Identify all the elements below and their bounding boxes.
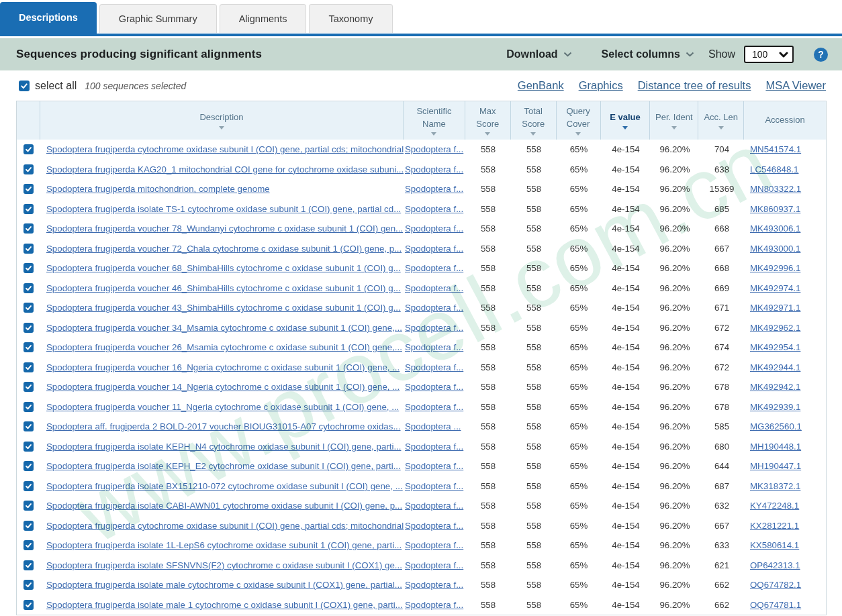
scientific-name-link[interactable]: Spodoptera f... [405,144,463,154]
row-checkbox[interactable] [24,144,34,154]
row-checkbox[interactable] [24,501,34,511]
accession-link[interactable]: MK493006.1 [750,223,800,234]
accession-link[interactable]: MK492944.1 [750,362,800,372]
row-checkbox[interactable] [24,481,34,491]
row-checkbox[interactable] [24,421,34,431]
row-checkbox[interactable] [24,382,34,392]
row-checkbox[interactable] [24,560,34,570]
description-link[interactable]: Spodoptera frugiperda voucher 34_Msamia … [46,323,402,333]
scientific-name-link[interactable]: Spodoptera f... [405,382,463,392]
scientific-name-link[interactable]: Spodoptera f... [405,223,463,234]
help-icon[interactable]: ? [814,48,828,62]
row-checkbox[interactable] [24,600,34,610]
show-count-select[interactable]: 100 [744,46,794,63]
scientific-name-link[interactable]: Spodoptera f... [405,204,463,214]
description-link[interactable]: Spodoptera frugiperda isolate 1L-LepS6 c… [46,540,402,550]
genbank-link[interactable]: GenBank [518,79,564,91]
description-link[interactable]: Spodoptera frugiperda voucher 14_Ngeria … [46,382,400,392]
accession-link[interactable]: MK492954.1 [750,342,800,352]
accession-link[interactable]: LC546848.1 [750,164,798,174]
accession-link[interactable]: MK860937.1 [750,204,800,214]
row-checkbox[interactable] [24,184,34,194]
description-link[interactable]: Spodoptera frugiperda voucher 68_ShimbaH… [46,263,401,273]
description-link[interactable]: Spodoptera frugiperda isolate TS-1 cytoc… [46,204,401,214]
description-link[interactable]: Spodoptera frugiperda cytochrome oxidase… [46,144,404,154]
scientific-name-link[interactable]: Spodoptera ... [405,421,461,431]
tab-descriptions[interactable]: Descriptions [0,2,97,36]
scientific-name-link[interactable]: Spodoptera f... [405,283,463,293]
scientific-name-link[interactable]: Spodoptera f... [405,442,463,452]
select-all-checkbox[interactable] [19,81,30,91]
description-link[interactable]: Spodoptera frugiperda voucher 16_Ngeria … [46,362,400,372]
distance-tree-link[interactable]: Distance tree of results [638,79,751,91]
description-link[interactable]: Spodoptera frugiperda KAG20_1 mitochondr… [46,164,404,174]
row-checkbox[interactable] [24,461,34,471]
accession-link[interactable]: MK492996.1 [750,263,800,273]
row-checkbox[interactable] [24,164,34,174]
column-header-scientific-name[interactable]: Scientific Name [403,101,465,140]
scientific-name-link[interactable]: Spodoptera f... [405,402,463,412]
description-link[interactable]: Spodoptera frugiperda isolate male cytoc… [46,580,402,590]
accession-link[interactable]: MK492971.1 [750,303,800,313]
tab-taxonomy[interactable]: Taxonomy [309,4,392,33]
accession-link[interactable]: MH190448.1 [750,442,801,452]
accession-link[interactable]: MK492939.1 [750,402,800,412]
download-button[interactable]: Download [506,48,571,60]
scientific-name-link[interactable]: Spodoptera f... [405,540,463,550]
scientific-name-link[interactable]: Spodoptera f... [405,521,463,531]
scientific-name-link[interactable]: Spodoptera f... [405,164,463,174]
accession-link[interactable]: MK493000.1 [750,244,800,254]
accession-link[interactable]: MK492974.1 [750,283,800,293]
description-link[interactable]: Spodoptera frugiperda voucher 78_Wundany… [46,223,403,234]
description-link[interactable]: Spodoptera frugiperda voucher 72_Chala c… [46,244,402,254]
accession-link[interactable]: KX580614.1 [750,540,799,550]
scientific-name-link[interactable]: Spodoptera f... [405,560,463,570]
description-link[interactable]: Spodoptera frugiperda mitochondrion, com… [46,184,270,194]
description-link[interactable]: Spodoptera frugiperda isolate CABI-AWN01… [46,501,402,511]
row-checkbox[interactable] [24,540,34,550]
accession-link[interactable]: OQ674782.1 [750,580,801,590]
column-header-per-ident[interactable]: Per. Ident [649,101,698,140]
row-checkbox[interactable] [24,342,34,352]
row-checkbox[interactable] [24,442,34,452]
accession-link[interactable]: OP642313.1 [750,560,800,570]
accession-link[interactable]: MG362560.1 [750,421,802,431]
row-checkbox[interactable] [24,223,34,234]
msa-viewer-link[interactable]: MSA Viewer [765,79,826,91]
description-link[interactable]: Spodoptera frugiperda voucher 43_ShimbaH… [46,303,401,313]
row-checkbox[interactable] [24,402,34,412]
scientific-name-link[interactable]: Spodoptera f... [405,342,463,352]
description-link[interactable]: Spodoptera frugiperda isolate KEPH_N4 cy… [46,442,401,452]
accession-link[interactable]: KY472248.1 [750,501,799,511]
scientific-name-link[interactable]: Spodoptera f... [405,481,463,491]
description-link[interactable]: Spodoptera frugiperda isolate BX151210-0… [46,481,403,491]
description-link[interactable]: Spodoptera frugiperda voucher 46_ShimbaH… [46,283,401,293]
row-checkbox[interactable] [24,244,34,254]
scientific-name-link[interactable]: Spodoptera f... [405,580,463,590]
row-checkbox[interactable] [24,323,34,333]
description-link[interactable]: Spodoptera frugiperda cytochrome oxidase… [46,521,404,531]
scientific-name-link[interactable]: Spodoptera f... [405,263,463,273]
column-header-acc-len[interactable]: Acc. Len [698,101,743,140]
description-link[interactable]: Spodoptera frugiperda isolate KEPH_E2 cy… [46,461,401,471]
row-checkbox[interactable] [24,283,34,293]
column-header-total-score[interactable]: Total Score [510,101,556,140]
scientific-name-link[interactable]: Spodoptera f... [405,184,463,194]
scientific-name-link[interactable]: Spodoptera f... [405,323,463,333]
scientific-name-link[interactable]: Spodoptera f... [405,501,463,511]
row-checkbox[interactable] [24,521,34,531]
scientific-name-link[interactable]: Spodoptera f... [405,600,463,610]
accession-link[interactable]: MK318372.1 [750,481,800,491]
accession-link[interactable]: MK492942.1 [750,382,800,392]
column-header-e-value[interactable]: E value [600,101,650,140]
accession-link[interactable]: MN803322.1 [750,184,801,194]
select-columns-button[interactable]: Select columns [602,48,694,60]
accession-link[interactable]: MN541574.1 [750,144,801,154]
accession-link[interactable]: MK492962.1 [750,323,800,333]
tab-alignments[interactable]: Alignments [220,4,307,33]
row-checkbox[interactable] [24,580,34,590]
row-checkbox[interactable] [24,204,34,214]
description-link[interactable]: Spodoptera frugiperda isolate male 1 cyt… [46,600,403,610]
description-link[interactable]: Spodoptera frugiperda isolate SFSNVNS(F2… [46,560,402,570]
scientific-name-link[interactable]: Spodoptera f... [405,362,463,372]
